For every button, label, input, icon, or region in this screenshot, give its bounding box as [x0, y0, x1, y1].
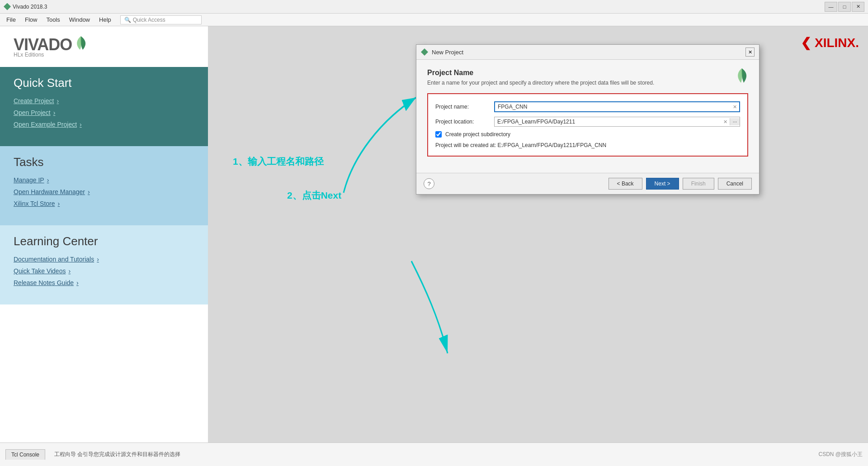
- restore-button[interactable]: □: [838, 2, 851, 12]
- menu-flow[interactable]: Flow: [20, 14, 42, 25]
- sidebar-item-videos[interactable]: Quick Take Videos ›: [14, 267, 194, 275]
- chevron-right-icon-4: ›: [47, 176, 49, 184]
- quickstart-title: Quick Start: [14, 76, 194, 90]
- left-panel: VIVADO HLx Editions Quick Start Create P…: [0, 26, 208, 442]
- project-name-input[interactable]: [495, 102, 731, 111]
- tcl-console-tab[interactable]: Tcl Console: [5, 449, 45, 460]
- dialog-close-button[interactable]: ✕: [745, 48, 755, 57]
- vivado-icon: [4, 3, 11, 10]
- xilinx-logo: ❮ XILINX.: [801, 35, 859, 50]
- release-notes-label: Release Notes Guide: [14, 279, 74, 286]
- videos-label: Quick Take Videos: [14, 267, 66, 275]
- create-subdirectory-checkbox[interactable]: [435, 131, 442, 138]
- hardware-manager-label: Open Hardware Manager: [14, 188, 85, 195]
- chevron-right-icon-7: ›: [97, 256, 99, 263]
- vivado-leaf-icon: [72, 35, 90, 53]
- finish-button: Finish: [683, 178, 714, 190]
- project-form-box: Project name: ✕ Project location: ✕ ···: [427, 93, 748, 157]
- dialog-footer: ? < Back Next > Finish Cancel: [416, 173, 759, 194]
- quick-access-placeholder: Quick Access: [133, 17, 165, 23]
- dialog-titlebar: New Project ✕: [416, 45, 759, 60]
- chevron-right-icon-3: ›: [80, 121, 82, 128]
- menu-tools[interactable]: Tools: [42, 14, 64, 25]
- path-info-label: Project will be created at:: [435, 142, 496, 148]
- create-subdirectory-row: Create project subdirectory: [435, 131, 740, 138]
- menu-file[interactable]: File: [2, 14, 20, 25]
- sidebar-item-hardware-manager[interactable]: Open Hardware Manager ›: [14, 188, 194, 195]
- create-subdirectory-label: Create project subdirectory: [445, 131, 510, 138]
- sidebar-item-manage-ip[interactable]: Manage IP ›: [14, 176, 194, 184]
- sidebar-item-open-example[interactable]: Open Example Project ›: [14, 121, 194, 128]
- dialog-footer-buttons: < Back Next > Finish Cancel: [609, 178, 752, 190]
- path-info-row: Project will be created at: E:/FPGA_Lear…: [435, 142, 740, 148]
- dialog-leaf-icon: [734, 67, 750, 87]
- project-name-input-wrap: ✕: [494, 101, 740, 112]
- cancel-button[interactable]: Cancel: [718, 178, 752, 190]
- project-location-row: Project location: ✕ ···: [435, 117, 740, 127]
- open-project-label: Open Project: [14, 109, 51, 116]
- manage-ip-label: Manage IP: [14, 176, 44, 184]
- quickstart-section: Quick Start Create Project › Open Projec…: [0, 67, 208, 146]
- project-location-label: Project location:: [435, 119, 494, 125]
- documentation-label: Documentation and Tutorials: [14, 256, 94, 263]
- status-text: 工程向导 会引导您完成设计源文件和目标器件的选择: [54, 451, 180, 457]
- xilinx-logo-text: XILINX.: [815, 36, 859, 50]
- dialog-title-text: New Project: [432, 49, 463, 56]
- tcl-store-label: Xilinx Tcl Store: [14, 200, 55, 207]
- open-example-label: Open Example Project: [14, 121, 77, 128]
- sidebar-item-create-project[interactable]: Create Project ›: [14, 97, 194, 105]
- status-bar: 工程向导 会引导您完成设计源文件和目标器件的选择: [45, 451, 818, 458]
- sidebar-item-open-project[interactable]: Open Project ›: [14, 109, 194, 116]
- close-button[interactable]: ✕: [852, 2, 864, 12]
- dialog-section-desc: Enter a name for your project and specif…: [427, 80, 748, 86]
- chevron-right-icon-9: ›: [76, 279, 79, 286]
- project-name-label: Project name:: [435, 104, 494, 110]
- browse-location-button[interactable]: ···: [730, 118, 740, 125]
- sidebar-item-documentation[interactable]: Documentation and Tutorials ›: [14, 256, 194, 263]
- path-info-value: E:/FPGA_Learn/FPGA/Day1211/FPGA_CNN: [497, 142, 606, 148]
- learning-section: Learning Center Documentation and Tutori…: [0, 225, 208, 304]
- clear-project-name-icon[interactable]: ✕: [731, 103, 739, 111]
- tasks-section: Tasks Manage IP › Open Hardware Manager …: [0, 146, 208, 225]
- bottom-right: CSDN @搜狐小王: [818, 451, 863, 458]
- bottom-left: Tcl Console: [5, 449, 45, 460]
- menu-bar: File Flow Tools Window Help 🔍 Quick Acce…: [0, 14, 868, 26]
- project-name-row: Project name: ✕: [435, 101, 740, 112]
- tasks-title: Tasks: [14, 155, 194, 169]
- dialog-section-title: Project Name: [427, 69, 748, 77]
- right-panel: ❮ XILINX. 1、输入工程名和路径 2、点击Next: [208, 26, 868, 442]
- chevron-right-icon-6: ›: [58, 200, 60, 207]
- title-bar-left: Vivado 2018.3: [4, 3, 47, 10]
- project-location-input[interactable]: [495, 117, 721, 126]
- main-layout: VIVADO HLx Editions Quick Start Create P…: [0, 26, 868, 442]
- menu-help[interactable]: Help: [94, 14, 116, 25]
- dialog-body: Project Name Enter a name for your proje…: [416, 60, 759, 173]
- chevron-right-icon-8: ›: [68, 267, 71, 275]
- project-location-input-wrap: ✕ ···: [494, 117, 740, 127]
- chevron-right-icon-5: ›: [88, 188, 90, 195]
- vivado-header: VIVADO HLx Editions: [0, 26, 208, 67]
- annotation-2-text: 2、点击Next: [287, 189, 341, 202]
- annotation-1-text: 1、输入工程名和路径: [233, 155, 324, 168]
- sidebar-item-tcl-store[interactable]: Xilinx Tcl Store ›: [14, 200, 194, 207]
- minimize-button[interactable]: —: [825, 2, 837, 12]
- clear-location-icon[interactable]: ✕: [721, 118, 730, 126]
- title-bar-title: Vivado 2018.3: [13, 4, 47, 10]
- vivado-logo: VIVADO HLx Editions: [14, 35, 90, 58]
- chevron-right-icon-2: ›: [53, 109, 56, 116]
- bottom-bar: Tcl Console 工程向导 会引导您完成设计源文件和目标器件的选择 CSD…: [0, 442, 868, 466]
- title-bar: Vivado 2018.3 — □ ✕: [0, 0, 868, 14]
- help-button[interactable]: ?: [424, 178, 434, 189]
- create-project-label: Create Project: [14, 97, 54, 105]
- menu-window[interactable]: Window: [65, 14, 94, 25]
- sidebar-item-release-notes[interactable]: Release Notes Guide ›: [14, 279, 194, 286]
- dialog-titlebar-left: New Project: [421, 48, 463, 56]
- back-button[interactable]: < Back: [609, 178, 642, 190]
- dialog-title-icon: [421, 48, 428, 56]
- learning-title: Learning Center: [14, 234, 194, 248]
- chevron-right-icon: ›: [57, 97, 59, 105]
- next-button[interactable]: Next >: [646, 178, 679, 190]
- quick-access-bar[interactable]: 🔍 Quick Access: [120, 15, 202, 24]
- new-project-dialog: New Project ✕ Project Name Enter a name …: [416, 44, 760, 195]
- title-bar-controls: — □ ✕: [825, 2, 864, 12]
